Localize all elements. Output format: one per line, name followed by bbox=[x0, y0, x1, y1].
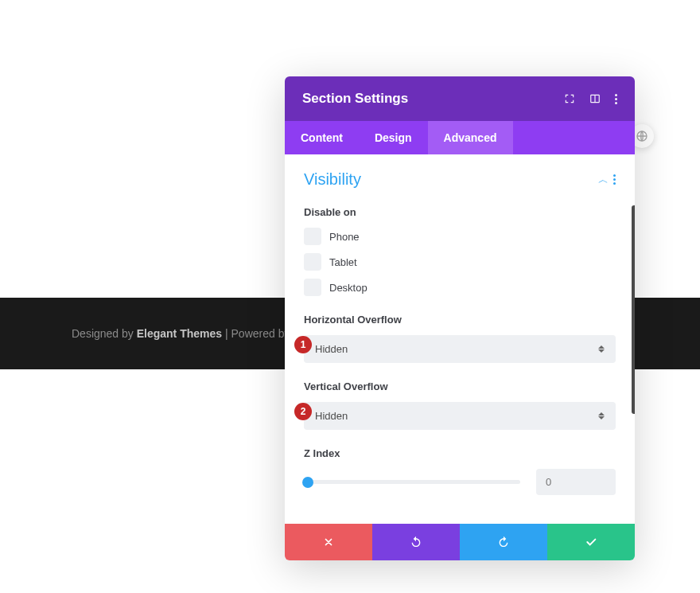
modal-header: Section Settings bbox=[285, 76, 635, 121]
redo-button[interactable] bbox=[460, 524, 547, 560]
disable-phone-label: Phone bbox=[329, 231, 360, 243]
zindex-slider[interactable] bbox=[304, 480, 520, 484]
horizontal-overflow-select[interactable]: Hidden bbox=[304, 335, 616, 363]
section-settings-modal: Section Settings Content Design Advanced… bbox=[285, 76, 635, 560]
disable-on-group: Disable on Phone Tablet Desktop bbox=[304, 206, 616, 296]
undo-icon bbox=[410, 536, 422, 548]
snap-icon[interactable] bbox=[589, 93, 601, 104]
annotation-badge-2: 2 bbox=[294, 403, 312, 420]
tab-content[interactable]: Content bbox=[285, 121, 359, 154]
save-button[interactable] bbox=[547, 524, 635, 560]
disable-desktop-label: Desktop bbox=[329, 282, 368, 294]
zindex-label: Z Index bbox=[304, 447, 616, 459]
disable-desktop-row: Desktop bbox=[304, 279, 616, 296]
zindex-group: Z Index bbox=[304, 447, 616, 495]
footer-designed-name: Elegant Themes bbox=[137, 327, 222, 340]
undo-button[interactable] bbox=[372, 524, 460, 560]
modal-tabs: Content Design Advanced bbox=[285, 121, 635, 154]
disable-tablet-checkbox[interactable] bbox=[304, 253, 321, 271]
disable-phone-checkbox[interactable] bbox=[304, 228, 321, 245]
footer-designed-prefix: Designed by bbox=[72, 327, 137, 340]
zindex-input[interactable] bbox=[536, 469, 616, 495]
expand-icon[interactable] bbox=[564, 93, 575, 104]
disable-tablet-row: Tablet bbox=[304, 253, 616, 271]
vertical-overflow-label: Vertical Overflow bbox=[304, 380, 616, 392]
chevron-up-icon[interactable]: ︿ bbox=[598, 173, 609, 187]
horizontal-overflow-label: Horizontal Overflow bbox=[304, 314, 616, 326]
redo-icon bbox=[497, 536, 510, 548]
scrollbar[interactable] bbox=[632, 205, 635, 414]
horizontal-overflow-value: Hidden bbox=[315, 343, 348, 355]
disable-tablet-label: Tablet bbox=[329, 256, 357, 268]
tab-advanced[interactable]: Advanced bbox=[428, 121, 513, 154]
disable-phone-row: Phone bbox=[304, 228, 616, 245]
modal-body: Visibility ︿ Disable on Phone Tablet Des… bbox=[285, 154, 635, 524]
annotation-badge-1: 1 bbox=[294, 336, 312, 353]
visibility-section-header[interactable]: Visibility ︿ bbox=[304, 170, 616, 189]
vertical-overflow-select[interactable]: Hidden bbox=[304, 402, 616, 430]
select-caret-icon bbox=[598, 412, 605, 419]
cancel-button[interactable] bbox=[285, 524, 372, 560]
footer-powered-by: | Powered by bbox=[222, 327, 290, 340]
select-caret-icon bbox=[598, 345, 605, 353]
check-icon bbox=[585, 536, 597, 548]
disable-on-label: Disable on bbox=[304, 206, 616, 218]
zindex-slider-thumb[interactable] bbox=[302, 477, 313, 488]
horizontal-overflow-group: Horizontal Overflow 1 Hidden bbox=[304, 314, 616, 363]
modal-menu-icon[interactable] bbox=[615, 94, 617, 104]
disable-desktop-checkbox[interactable] bbox=[304, 279, 321, 296]
modal-footer bbox=[285, 524, 635, 560]
section-menu-icon[interactable] bbox=[613, 174, 616, 185]
close-icon bbox=[323, 536, 334, 548]
modal-title: Section Settings bbox=[302, 91, 408, 107]
vertical-overflow-group: Vertical Overflow 2 Hidden bbox=[304, 380, 616, 430]
vertical-overflow-value: Hidden bbox=[315, 410, 348, 422]
tab-design[interactable]: Design bbox=[359, 121, 428, 154]
visibility-title: Visibility bbox=[304, 170, 361, 189]
